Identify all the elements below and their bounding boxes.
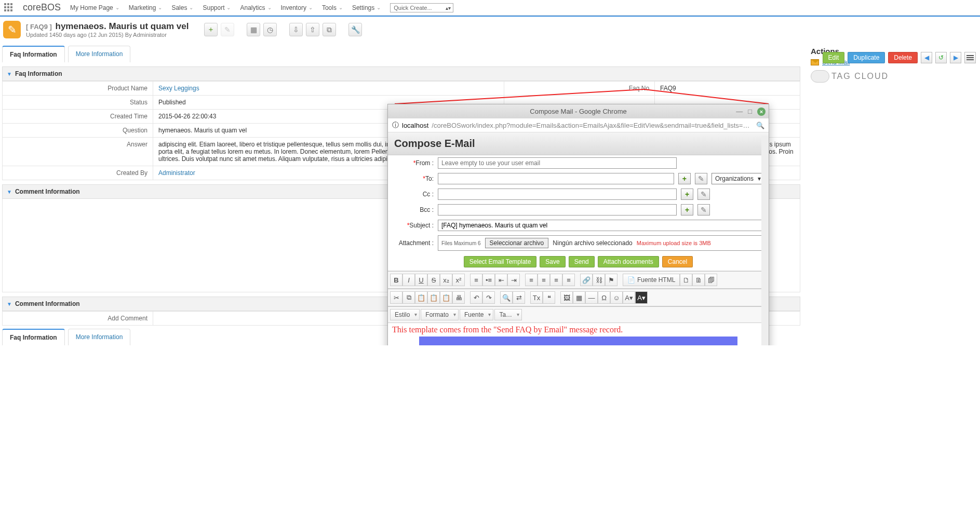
- bullet-list-icon[interactable]: •≡: [482, 274, 495, 286]
- smiley-icon[interactable]: ☺: [610, 291, 623, 304]
- source-button[interactable]: 📄 Fuente HTML: [623, 274, 680, 286]
- menu-support[interactable]: Support⌄: [203, 4, 231, 11]
- createdby-link[interactable]: Administrator: [158, 169, 195, 177]
- paste-icon[interactable]: 📋: [415, 291, 427, 304]
- edit-button[interactable]: Edit: [823, 52, 845, 63]
- align-right-icon[interactable]: ≡: [550, 274, 562, 286]
- info-icon[interactable]: ⓘ: [392, 120, 399, 130]
- newpage-icon[interactable]: 🗋: [680, 274, 692, 286]
- cc-add-icon[interactable]: +: [681, 189, 693, 200]
- text-color-icon[interactable]: A▾: [623, 291, 635, 304]
- preview-icon[interactable]: 🗎: [692, 274, 705, 286]
- remove-format-icon[interactable]: Tx: [530, 291, 543, 304]
- bcc-add-icon[interactable]: +: [681, 204, 693, 216]
- import-icon[interactable]: ⇩: [289, 23, 303, 36]
- menu-inventory[interactable]: Inventory⌄: [281, 4, 313, 11]
- numbered-list-icon[interactable]: ≡: [470, 274, 482, 286]
- tab-more-info-bottom[interactable]: More Information: [68, 329, 131, 345]
- templates-icon[interactable]: 🗐: [705, 274, 717, 286]
- zoom-icon[interactable]: 🔍: [756, 122, 764, 129]
- quick-create-select[interactable]: Quick Create...▴▾: [390, 3, 453, 12]
- align-left-icon[interactable]: ≡: [525, 274, 538, 286]
- nav-prev-icon[interactable]: ◀: [921, 52, 932, 63]
- section-faq-info[interactable]: ▼Faq Information: [2, 66, 800, 81]
- clock-icon[interactable]: ◷: [263, 23, 277, 36]
- save-button[interactable]: Save: [540, 256, 565, 267]
- menu-settings[interactable]: Settings⌄: [352, 4, 381, 11]
- outdent-icon[interactable]: ⇤: [495, 274, 507, 286]
- redo-icon[interactable]: ↷: [482, 291, 495, 304]
- menu-tools[interactable]: Tools⌄: [322, 4, 343, 11]
- menu-home[interactable]: My Home Page⌄: [70, 4, 119, 11]
- italic-icon[interactable]: I: [402, 274, 415, 286]
- attach-docs-button[interactable]: Attach documents: [598, 256, 659, 267]
- menu-sales[interactable]: Sales⌄: [171, 4, 193, 11]
- cancel-button[interactable]: Cancel: [662, 256, 693, 267]
- choose-file-button[interactable]: Seleccionar archivo: [485, 238, 549, 248]
- bg-color-icon[interactable]: A▾: [635, 291, 648, 304]
- recipient-type-select[interactable]: Organizations▾: [711, 173, 764, 184]
- paste-text-icon[interactable]: 📋: [427, 291, 440, 304]
- anchor-icon[interactable]: ⚑: [605, 274, 617, 286]
- tab-more-info[interactable]: More Information: [68, 46, 131, 62]
- specialchar-icon[interactable]: Ω: [598, 291, 610, 304]
- list-view-icon[interactable]: [964, 52, 976, 63]
- replace-icon[interactable]: ⇄: [513, 291, 525, 304]
- maximize-icon[interactable]: □: [748, 107, 752, 116]
- window-titlebar[interactable]: Compose Mail - Google Chrome — □ ×: [388, 104, 769, 118]
- edit-pencil-icon[interactable]: ✎: [221, 23, 234, 36]
- delete-button[interactable]: Delete: [888, 52, 918, 63]
- copy-icon[interactable]: ⧉: [402, 291, 415, 304]
- underline-icon[interactable]: U: [415, 274, 427, 286]
- size-dropdown[interactable]: Ta…: [494, 309, 522, 320]
- product-link[interactable]: Sexy Leggings: [158, 85, 199, 92]
- tab-faq-info-bottom[interactable]: Faq Information: [2, 329, 65, 345]
- subscript-icon[interactable]: x₂: [440, 274, 452, 286]
- close-icon[interactable]: ×: [757, 107, 766, 116]
- minimize-icon[interactable]: —: [736, 107, 743, 116]
- image-icon[interactable]: 🖼: [560, 291, 573, 304]
- subject-input[interactable]: [438, 220, 764, 231]
- align-center-icon[interactable]: ≡: [538, 274, 550, 286]
- send-button[interactable]: Send: [569, 256, 595, 267]
- cc-edit-icon[interactable]: ✎: [697, 189, 710, 200]
- from-input[interactable]: [438, 157, 677, 169]
- cc-input[interactable]: [438, 189, 677, 200]
- nav-jump-icon[interactable]: ↺: [935, 52, 947, 63]
- bcc-edit-icon[interactable]: ✎: [697, 204, 710, 216]
- indent-icon[interactable]: ⇥: [507, 274, 520, 286]
- dedup-icon[interactable]: ⧉: [323, 23, 336, 36]
- settings-wrench-icon[interactable]: 🔧: [348, 23, 362, 36]
- duplicate-button[interactable]: Duplicate: [848, 52, 885, 63]
- link-icon[interactable]: 🔗: [580, 274, 593, 286]
- popup-scrollbar[interactable]: [761, 136, 769, 345]
- undo-icon[interactable]: ↶: [470, 291, 482, 304]
- style-dropdown[interactable]: Estilo: [390, 309, 420, 320]
- export-icon[interactable]: ⇧: [306, 23, 319, 36]
- nav-next-icon[interactable]: ▶: [950, 52, 961, 63]
- strike-icon[interactable]: S: [427, 274, 440, 286]
- calendar-icon[interactable]: ▦: [247, 23, 260, 36]
- align-justify-icon[interactable]: ≡: [562, 274, 575, 286]
- table-icon[interactable]: ▦: [573, 291, 585, 304]
- menu-marketing[interactable]: Marketing⌄: [129, 4, 163, 11]
- bcc-input[interactable]: [438, 204, 677, 216]
- superscript-icon[interactable]: x²: [452, 274, 465, 286]
- unlink-icon[interactable]: ⛓: [593, 274, 605, 286]
- paste-word-icon[interactable]: 📋: [440, 291, 452, 304]
- font-dropdown[interactable]: Fuente: [460, 309, 493, 320]
- tab-faq-info[interactable]: Faq Information: [2, 46, 65, 62]
- apps-grip-icon[interactable]: [4, 3, 14, 12]
- menu-analytics[interactable]: Analytics⌄: [240, 4, 271, 11]
- format-dropdown[interactable]: Formato: [421, 309, 459, 320]
- hr-icon[interactable]: —: [585, 291, 598, 304]
- to-input[interactable]: [438, 173, 674, 184]
- blockquote-icon[interactable]: ❝: [543, 291, 555, 304]
- bold-icon[interactable]: B: [390, 274, 402, 286]
- add-icon[interactable]: ＋: [204, 23, 218, 36]
- cut-icon[interactable]: ✂: [390, 291, 402, 304]
- to-add-icon[interactable]: +: [678, 173, 691, 184]
- print-icon[interactable]: 🖶: [452, 291, 465, 304]
- select-template-button[interactable]: Select Email Template: [464, 256, 537, 267]
- find-icon[interactable]: 🔍: [500, 291, 513, 304]
